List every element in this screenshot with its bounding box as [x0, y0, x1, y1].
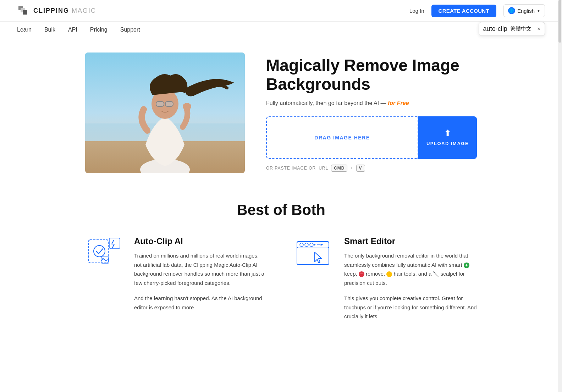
svg-point-22: [300, 243, 303, 247]
plus-separator: +: [350, 166, 353, 171]
best-title: Best of Both: [85, 201, 477, 219]
scrollbar-track: [558, 0, 562, 342]
best-of-both-section: Best of Both: [68, 191, 494, 342]
svg-rect-21: [297, 242, 329, 248]
logo[interactable]: CLIPPING MAGIC: [17, 4, 96, 17]
smart-editor-para2: This gives you complete creative control…: [344, 294, 477, 321]
keep-icon: [464, 263, 469, 268]
remove-icon: [359, 271, 364, 277]
svg-point-24: [310, 243, 313, 247]
paste-row: OR PASTE IMAGE OR URL CMD + V: [266, 165, 477, 172]
create-account-button[interactable]: CREATE ACCOUNT: [431, 5, 496, 17]
auto-clip-title: Auto-Clip AI: [134, 236, 267, 246]
nav-pricing[interactable]: Pricing: [90, 27, 108, 33]
auto-clip-ai-icon: [85, 236, 124, 268]
language-dropdown: auto-clip 繁體中文 ×: [479, 22, 545, 36]
smart-editor-para1: The only background removal editor in th…: [344, 251, 477, 287]
for-free-text: for Free: [388, 100, 409, 106]
svg-rect-19: [109, 238, 120, 249]
hero-background-image: [85, 53, 245, 173]
smart-editor-title: Smart Editor: [344, 236, 477, 246]
nav-api[interactable]: API: [68, 27, 77, 33]
upload-area: DRAG IMAGE HERE ⬆ UPLOAD IMAGE: [266, 116, 477, 159]
auto-clip-icon-wrap: [85, 236, 124, 268]
login-button[interactable]: Log In: [409, 8, 424, 14]
auto-clip-text: Auto-Clip AI Trained on millions and mil…: [134, 236, 267, 312]
features-row: Auto-Clip AI Trained on millions and mil…: [85, 236, 477, 321]
hair-icon: [386, 271, 392, 277]
svg-point-23: [305, 243, 308, 247]
logo-icon: [17, 4, 30, 17]
nav-support[interactable]: Support: [120, 27, 140, 33]
close-language-button[interactable]: ×: [537, 26, 540, 32]
v-key: V: [356, 165, 365, 172]
globe-icon: 🌐: [508, 7, 515, 14]
auto-clip-para2: And the learning hasn't stopped. As the …: [134, 294, 267, 312]
header-right: Log In CREATE ACCOUNT 🌐 English ▼: [409, 4, 545, 17]
feature-auto-clip: Auto-Clip AI Trained on millions and mil…: [85, 236, 267, 321]
drag-drop-zone[interactable]: DRAG IMAGE HERE: [266, 116, 418, 159]
lang-dropdown-label: 繁體中文: [510, 26, 531, 32]
smart-editor-icon-wrap: [295, 236, 334, 268]
svg-rect-14: [166, 102, 173, 106]
upload-icon: ⬆: [444, 129, 451, 138]
svg-rect-2: [23, 10, 27, 15]
language-button[interactable]: 🌐 English ▼: [503, 4, 545, 17]
nav-bulk[interactable]: Bulk: [44, 27, 55, 33]
svg-rect-13: [156, 102, 164, 106]
cmd-key: CMD: [331, 165, 347, 172]
hero-subtitle: Fully automatically, then go far beyond …: [266, 100, 477, 106]
paste-prefix: OR PASTE IMAGE OR: [266, 166, 316, 171]
upload-label: UPLOAD IMAGE: [426, 141, 469, 146]
main-nav: Learn Bulk API Pricing Support: [0, 22, 562, 38]
subtitle-prefix: Fully automatically, then go far beyond …: [266, 100, 388, 106]
smart-editor-text: Smart Editor The only background removal…: [344, 236, 477, 321]
hero-section: Magically Remove Image Backgrounds Fully…: [68, 38, 494, 191]
svg-rect-20: [297, 242, 329, 265]
hero-image: [85, 53, 245, 173]
svg-point-7: [183, 103, 191, 110]
chevron-down-icon: ▼: [537, 9, 540, 13]
drag-label: DRAG IMAGE HERE: [314, 135, 370, 140]
upload-button[interactable]: ⬆ UPLOAD IMAGE: [418, 116, 477, 159]
language-label: English: [517, 8, 535, 14]
svg-point-16: [94, 245, 105, 257]
auto-clip-para1: Trained on millions and millions of real…: [134, 251, 267, 287]
logo-text: CLIPPING MAGIC: [33, 7, 96, 15]
hero-content: Magically Remove Image Backgrounds Fully…: [266, 53, 477, 172]
scrollbar-thumb[interactable]: [558, 0, 561, 43]
smart-editor-icon: [295, 236, 334, 268]
hero-title: Magically Remove Image Backgrounds: [266, 56, 477, 94]
scalpel-icon: 🔪: [433, 270, 439, 278]
url-link[interactable]: URL: [319, 166, 328, 171]
taiwan-flag-icon: auto-clip: [483, 25, 507, 33]
nav-learn[interactable]: Learn: [17, 27, 32, 33]
feature-smart-editor: Smart Editor The only background removal…: [295, 236, 477, 321]
svg-point-18: [102, 258, 104, 260]
